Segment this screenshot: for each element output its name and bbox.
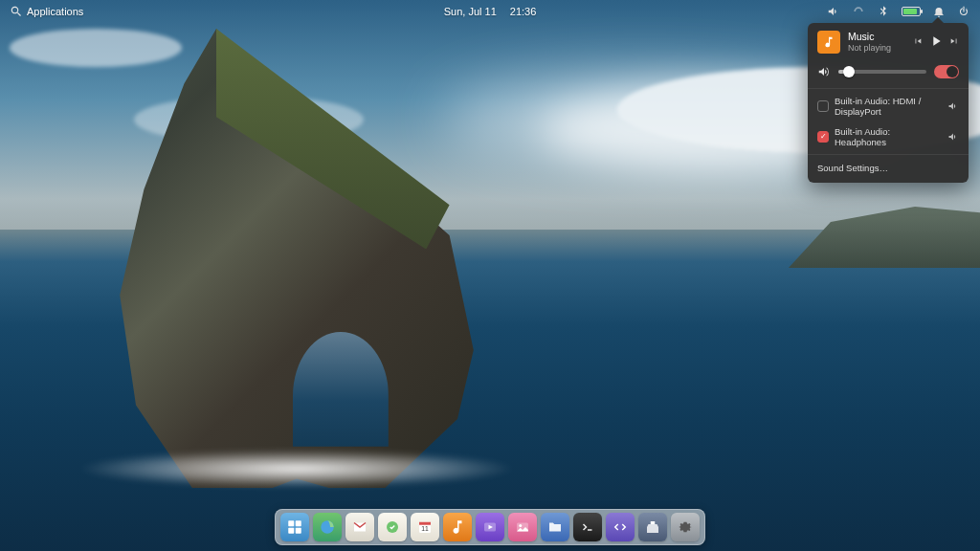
bell-icon: [932, 5, 946, 18]
globe-icon: [319, 518, 336, 536]
media-player-row: Music Not playing: [808, 23, 969, 61]
dock: 11: [275, 509, 705, 545]
speaker-icon: [947, 100, 959, 112]
applications-label: Applications: [27, 6, 83, 17]
applications-menu[interactable]: Applications: [10, 5, 83, 18]
mail-icon: [351, 518, 368, 536]
battery-indicator[interactable]: [902, 7, 921, 16]
dock-mail[interactable]: [345, 513, 374, 541]
dock-terminal[interactable]: [573, 513, 602, 541]
output-device-headphones[interactable]: Built-in Audio: Headphones: [808, 121, 969, 152]
battery-icon: [902, 7, 921, 16]
volume-row: [808, 61, 969, 86]
device-label: Built-in Audio: Headphones: [835, 126, 942, 147]
network-icon: [852, 5, 865, 18]
dock-app-center[interactable]: [638, 513, 667, 541]
dock-tasks[interactable]: [378, 513, 407, 541]
svg-rect-0: [288, 520, 294, 526]
panel-time[interactable]: 21:36: [510, 6, 537, 17]
volume-slider[interactable]: [838, 70, 926, 74]
svg-point-11: [519, 524, 522, 527]
dock-system-settings[interactable]: [671, 513, 700, 541]
session-indicator[interactable]: [957, 5, 970, 18]
device-checkbox[interactable]: [817, 100, 829, 112]
media-status: Not playing: [848, 43, 905, 54]
speaker-icon: [947, 131, 959, 143]
media-app-name: Music: [848, 31, 905, 43]
bluetooth-indicator[interactable]: [877, 5, 890, 18]
bluetooth-icon: [877, 5, 890, 18]
volume-icon: [827, 5, 840, 18]
dock-multitasking[interactable]: [280, 513, 309, 541]
search-icon: [10, 5, 23, 18]
network-indicator[interactable]: [852, 5, 865, 18]
folder-icon: [546, 518, 564, 536]
sound-popover: Music Not playing Built-in Audio: HDMI /…: [808, 23, 969, 183]
svg-rect-2: [288, 528, 294, 534]
device-checkbox[interactable]: [817, 131, 829, 143]
device-label: Built-in Audio: HDMI / DisplayPort: [835, 96, 942, 117]
dock-files[interactable]: [541, 513, 569, 541]
workspaces-icon: [286, 518, 303, 536]
video-icon: [481, 518, 499, 536]
code-icon: [612, 518, 629, 536]
svg-rect-3: [296, 528, 301, 534]
calendar-icon: 11: [416, 518, 434, 536]
dock-code[interactable]: [606, 513, 635, 541]
dock-videos[interactable]: [476, 513, 504, 541]
notifications-indicator[interactable]: [932, 5, 946, 18]
panel-date[interactable]: Sun, Jul 11: [444, 6, 497, 17]
photos-icon: [514, 518, 531, 536]
check-icon: [384, 518, 401, 536]
top-panel: Applications Sun, Jul 11 21:36: [0, 0, 980, 23]
volume-icon: [817, 65, 831, 78]
power-icon: [957, 5, 970, 18]
music-app-icon: [817, 31, 840, 54]
terminal-icon: [579, 518, 596, 536]
media-previous-button[interactable]: [913, 36, 923, 48]
media-play-button[interactable]: [928, 33, 944, 51]
output-device-hdmi[interactable]: Built-in Audio: HDMI / DisplayPort: [808, 91, 969, 121]
svg-text:11: 11: [421, 525, 429, 532]
music-icon: [449, 518, 466, 536]
svg-rect-1: [296, 520, 301, 526]
dock-music[interactable]: [443, 513, 472, 541]
sound-indicator[interactable]: [827, 5, 840, 18]
store-icon: [644, 518, 661, 536]
dock-calendar[interactable]: 11: [411, 513, 439, 541]
sound-settings-link[interactable]: Sound Settings…: [808, 157, 969, 179]
dock-web-browser[interactable]: [313, 513, 342, 541]
media-next-button[interactable]: [949, 36, 959, 48]
amplify-toggle[interactable]: [934, 65, 959, 78]
gear-icon: [677, 518, 694, 536]
dock-photos[interactable]: [508, 513, 537, 541]
